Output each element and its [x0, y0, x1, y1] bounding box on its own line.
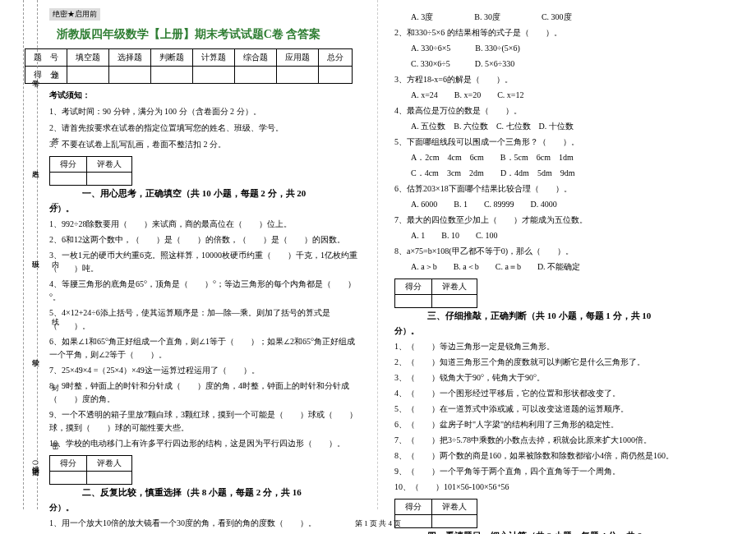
section-1-suffix: 分）。 — [49, 202, 361, 215]
q1-3: 3、一枚1元的硬币大约重6克。照这样算，10000枚硬币约重（ ）千克，1亿枚约… — [49, 249, 361, 275]
cell — [87, 472, 132, 485]
q2-3: 3、方程18-x=6的解是（ ）。 — [394, 73, 740, 86]
q2-6: 6、估算203×18下面哪个结果比较合理（ ）。 — [394, 182, 740, 196]
notice-3: 3、不要在试卷上乱写乱画，卷面不整洁扣 2 分。 — [49, 138, 361, 151]
mini-c1: 得分 — [395, 499, 432, 515]
mini-score-table-3: 得分评卷人 — [394, 279, 477, 308]
q3-7: 7、（ ）把3÷5.78中乘数的小数点去掉，积就会比原来扩大1000倍。 — [394, 434, 740, 447]
q3-6: 6、（ ）盆房子时"人字梁"的结构利用了三角形的稳定性。 — [394, 418, 740, 431]
cell — [87, 173, 132, 186]
col-calc: 计算题 — [193, 49, 235, 67]
col-judge: 判断题 — [151, 49, 193, 67]
q1-1: 1、992÷28除数要用（ ）来试商，商的最高位在（ ）位上。 — [49, 218, 361, 231]
score-table: 题 号 填空题 选择题 判断题 计算题 综合题 应用题 总分 得 分 — [25, 48, 353, 84]
mini-c2: 评卷人 — [87, 157, 132, 173]
q2-5-ob: C．4cm 3cm 2dm D．4dm 5dm 9dm — [411, 167, 740, 180]
section-2-title: 二、反复比较，慎重选择（共 8 小题，每题 2 分，共 16 — [82, 487, 302, 497]
q1-8: 8、9时整，钟面上的时针和分针成（ ）度的角，4时整，钟面上的时针和分针成（ ）… — [49, 380, 361, 406]
q3-3: 3、（ ）锐角大于90°，钝角大于90°。 — [394, 371, 740, 384]
mini-c2: 评卷人 — [432, 279, 477, 295]
q2-6-opt: A. 6000 B. 1 C. 89999 D. 4000 — [411, 198, 740, 211]
notice-1: 1、考试时间：90 分钟，满分为 100 分（含卷面分 2 分）。 — [49, 105, 361, 118]
q3-10: 10、（ ）101×56-100×56⁺56 — [394, 481, 740, 494]
notice-head: 考试须知： — [49, 89, 361, 102]
section-1-title: 一、用心思考，正确填空（共 10 小题，每题 2 分，共 20 — [82, 188, 306, 198]
q3-4: 4、（ ）一个图形经过平移后，它的位置和形状都改变了。 — [394, 387, 740, 400]
col-fill: 填空题 — [67, 49, 109, 67]
q2-8: 8、a×75=b×108(甲乙都不等于0)，那么（ ）。 — [394, 245, 740, 258]
q3-2: 2、（ ）知道三角形三个角的度数就可以判断它是什么三角形了。 — [394, 356, 740, 369]
q2-2: 2、和330÷5×6 的结果相等的式子是（ ）。 — [394, 26, 740, 39]
q1-7: 7、25×49×4 =（25×4）×49这一运算过程运用了（ ）。 — [49, 364, 361, 377]
q1-6: 6、如果∠1和65°角正好组成一个直角，则∠1等于（ ）；如果∠2和65°角正好… — [49, 335, 361, 361]
mini-c1: 得分 — [50, 456, 87, 472]
section-2-suffix: 分）。 — [49, 501, 361, 514]
cell — [193, 67, 235, 84]
cell — [235, 67, 277, 84]
q1-9: 9、一个不透明的箱子里放7颗白球，3颗红球，摸到一个可能是（ ）球或（ ）球，摸… — [49, 408, 361, 435]
cell — [277, 67, 319, 84]
mini-c1: 得分 — [50, 157, 87, 173]
secret-label: 绝密★启用前 — [49, 8, 100, 21]
q1-10: 10、学校的电动移门上有许多平行四边形的结构，这是因为平行四边形（ ）。 — [49, 437, 361, 450]
q1-2: 2、6和12这两个数中，（ ）是（ ）的倍数，（ ）是（ ）的因数。 — [49, 233, 361, 246]
col-app: 应用题 — [277, 49, 319, 67]
q2-5: 5、下面哪组线段可以围成一个三角形？（ ）。 — [394, 136, 740, 149]
section-4-title: 四、看清题目，细心计算（共 2 小题，每题 4 分，共 8 — [427, 531, 642, 534]
q2-5-oa: A．2cm 4cm 6cm B．5cm 6cm 1dm — [411, 151, 740, 164]
page-footer: 第 1 页 共 4 页 — [0, 518, 756, 529]
mini-c1: 得分 — [395, 279, 432, 295]
cell — [50, 173, 87, 186]
q2-4: 4、最高位是万位的数是（ ）。 — [394, 104, 740, 117]
cell — [151, 67, 193, 84]
cell — [432, 295, 477, 308]
mini-score-table-2: 得分评卷人 — [49, 455, 132, 485]
section-3-suffix: 分）。 — [394, 325, 740, 338]
q2-4-opt: A. 五位数 B. 六位数 C. 七位数 D. 十位数 — [411, 120, 740, 133]
q2-7-opt: A. 1 B. 10 C. 100 — [411, 229, 740, 242]
q3-5: 5、（ ）在一道算式中添或减，可以改变这道题的运算顺序。 — [394, 403, 740, 416]
cell — [395, 295, 432, 308]
cell — [50, 472, 87, 485]
q2-8-opt: A. a＞b B. a＜b C. a＝b D. 不能确定 — [411, 260, 740, 274]
section-3-title: 三、仔细推敲，正确判断（共 10 小题，每题 1 分，共 10 — [427, 311, 651, 320]
q3-1: 1、（ ）等边三角形一定是锐角三角形。 — [394, 340, 740, 353]
col-total: 总分 — [319, 49, 353, 67]
mini-c2: 评卷人 — [87, 456, 132, 472]
mini-c2: 评卷人 — [432, 499, 477, 515]
q2-7: 7、最大的四位数至少加上（ ）才能成为五位数。 — [394, 214, 740, 227]
q2-2-oa: A. 330÷6×5 B. 330÷(5×6) — [411, 42, 740, 55]
col-choice: 选择题 — [109, 49, 151, 67]
q1-5: 5、4×12+24÷6添上括号，使其运算顺序是：加—除—乘。则加了括号的算式是（… — [49, 306, 361, 333]
cell — [319, 67, 353, 84]
q3-8: 8、（ ）两个数的商是160，如果被除数和除数都缩小4倍，商仍然是160。 — [394, 449, 740, 463]
q2-3-opt: A. x=24 B. x=20 C. x=12 — [411, 89, 740, 102]
q2-2-ob: C. 330×6÷5 D. 5×6÷330 — [411, 58, 740, 71]
mini-score-table-1: 得分评卷人 — [49, 156, 132, 186]
bind-township: 乡镇(街道) — [30, 460, 41, 465]
cell — [109, 67, 151, 84]
notice-2: 2、请首先按要求在试卷的指定位置填写您的姓名、班级、学号。 — [49, 122, 361, 135]
q3-9: 9、（ ）一个平角等于两个直角，四个直角等于一个周角。 — [394, 465, 740, 478]
exam-title: 浙教版四年级数学【上册】期末考试试题C卷 含答案 — [16, 27, 361, 42]
q1-4: 4、等腰三角形的底角是65°，顶角是（ ）°；等边三角形的每个内角都是（ ）°。 — [49, 278, 361, 304]
cell — [67, 67, 109, 84]
col-comp: 综合题 — [235, 49, 277, 67]
q2-1-opt: A. 3度 B. 30度 C. 300度 — [411, 11, 740, 24]
